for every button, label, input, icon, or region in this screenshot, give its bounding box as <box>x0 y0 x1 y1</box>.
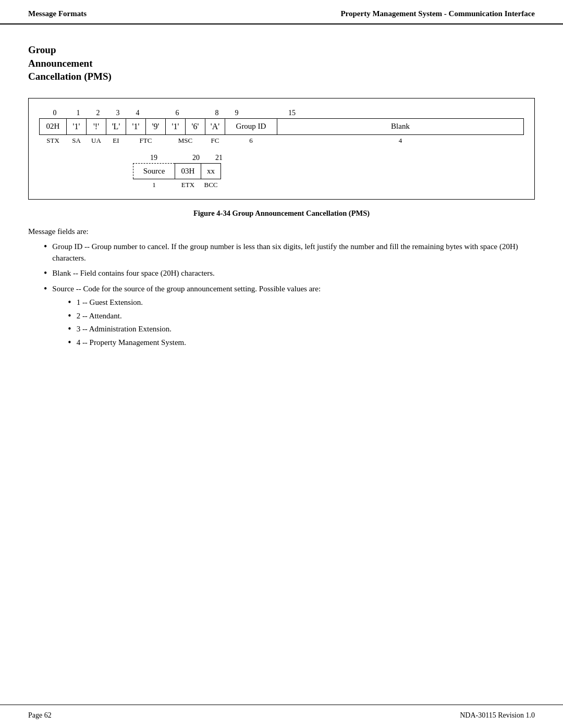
label-1: 1 <box>133 179 175 191</box>
figure-caption: Figure 4-34 Group Announcement Cancellat… <box>28 209 535 218</box>
page-header: Message Formats Property Management Syst… <box>0 0 563 24</box>
num-6: 6 <box>167 109 187 117</box>
label-ei: EI <box>106 134 126 146</box>
data-row-1: 02H '1' '!' 'L' '1' '9' '1' '6' 'A' Grou… <box>40 118 524 134</box>
bullet-blank: • Blank -- Field contains four space (20… <box>44 268 535 279</box>
num-21: 21 <box>209 154 229 162</box>
label-6: 6 <box>225 134 277 146</box>
cell-xx: xx <box>201 163 221 179</box>
num-2: 2 <box>88 109 108 117</box>
cell-03h: 03H <box>175 163 201 179</box>
bullet-text-2: Blank -- Field contains four space (20H)… <box>52 268 215 279</box>
label-4: 4 <box>277 134 524 146</box>
nested-dot-3: • <box>68 324 71 335</box>
cell-excl: '!' <box>87 118 106 134</box>
bullet-dot-1: • <box>44 242 47 252</box>
nested-bullet-1: • 1 -- Guest Extension. <box>68 297 321 309</box>
cell-source: Source <box>133 163 175 179</box>
header-left: Message Formats <box>28 9 87 18</box>
main-content: Group Announcement Cancellation (PMS) 0 … <box>0 24 563 386</box>
label-row-2: 1 ETX BCC <box>133 179 221 191</box>
cell-1: '1' <box>67 118 87 134</box>
cell-group-id: Group ID <box>225 118 277 134</box>
nested-text-1: 1 -- Guest Extension. <box>77 297 143 309</box>
footer-right: NDA-30115 Revision 1.0 <box>460 711 535 720</box>
num-0: 0 <box>41 109 68 117</box>
cell-L: 'L' <box>106 118 126 134</box>
num-3: 3 <box>108 109 128 117</box>
bullet-source: • Source -- Code for the source of the g… <box>44 283 535 351</box>
nested-dot-1: • <box>68 298 71 308</box>
nested-dot-4: • <box>68 338 71 348</box>
body-intro: Message fields are: <box>28 227 535 236</box>
nested-bullet-3: • 3 -- Administration Extension. <box>68 324 321 335</box>
main-row-table: 02H '1' '!' 'L' '1' '9' '1' '6' 'A' Grou… <box>39 118 524 146</box>
second-row-table: Source 03H xx 1 ETX BCC <box>133 163 221 191</box>
label-msc: MSC <box>166 134 205 146</box>
nested-text-2: 2 -- Attendant. <box>77 311 122 322</box>
bullet-text-3: Source -- Code for the source of the gro… <box>52 283 321 351</box>
num-4: 4 <box>128 109 148 117</box>
label-ftc: FTC <box>126 134 166 146</box>
label-row-1: STX SA UA EI FTC MSC FC 6 4 <box>40 134 524 146</box>
page-footer: Page 62 NDA-30115 Revision 1.0 <box>0 705 563 728</box>
num-19: 19 <box>133 154 175 162</box>
cell-blank: Blank <box>277 118 524 134</box>
header-right: Property Management System - Communicati… <box>340 9 535 18</box>
num-15: 15 <box>247 109 299 117</box>
num-1: 1 <box>68 109 88 117</box>
bullet-dot-2: • <box>44 268 47 279</box>
footer-left: Page 62 <box>28 711 52 720</box>
bullet-text-1: Group ID -- Group number to cancel. If t… <box>52 241 535 264</box>
nested-text-4: 4 -- Property Management System. <box>77 337 186 349</box>
bullet-group-id: • Group ID -- Group number to cancel. If… <box>44 241 535 264</box>
num-20: 20 <box>183 154 209 162</box>
cell-A: 'A' <box>205 118 225 134</box>
cell-1c: '1' <box>166 118 186 134</box>
label-fc: FC <box>205 134 225 146</box>
label-etx: ETX <box>175 179 201 191</box>
cell-9: '9' <box>146 118 166 134</box>
nested-dot-2: • <box>68 311 71 322</box>
num-9: 9 <box>227 109 247 117</box>
nested-text-3: 3 -- Administration Extension. <box>77 324 172 335</box>
nested-bullet-2: • 2 -- Attendant. <box>68 311 321 322</box>
label-bcc: BCC <box>201 179 221 191</box>
bullet-dot-3: • <box>44 284 47 294</box>
cell-1b: '1' <box>126 118 146 134</box>
section-title: Group Announcement Cancellation (PMS) <box>28 43 535 83</box>
cell-6: '6' <box>186 118 205 134</box>
cell-02h: 02H <box>40 118 67 134</box>
label-ua: UA <box>87 134 106 146</box>
label-sa: SA <box>67 134 87 146</box>
data-row-2: Source 03H xx <box>133 163 221 179</box>
nested-bullet-4: • 4 -- Property Management System. <box>68 337 321 349</box>
label-stx: STX <box>40 134 67 146</box>
num-8: 8 <box>207 109 227 117</box>
diagram-container: 0 1 2 3 4 6 8 9 15 02H '1' '!' 'L' '1' '… <box>28 98 535 200</box>
nested-bullet-list: • 1 -- Guest Extension. • 2 -- Attendant… <box>68 297 321 349</box>
bullet-list: • Group ID -- Group number to cancel. If… <box>44 241 535 351</box>
